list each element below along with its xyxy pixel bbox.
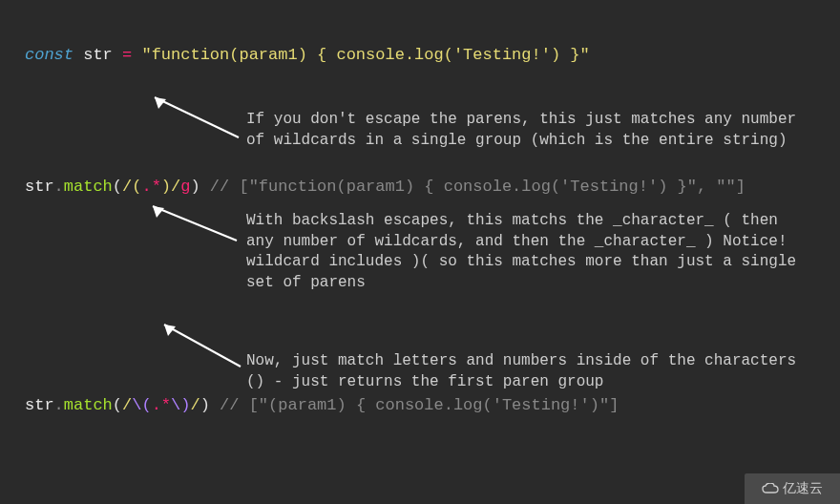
watermark: 亿速云	[745, 473, 840, 504]
regex-slash: /	[171, 178, 180, 196]
dot: .	[54, 396, 64, 414]
regex-group-close: )	[161, 178, 171, 196]
dot: .	[54, 178, 64, 196]
regex-flag-g: g	[180, 178, 190, 196]
method-match: match	[64, 178, 113, 196]
paren-open: (	[113, 396, 122, 414]
regex-wildcard: .*	[152, 396, 171, 414]
keyword-const: const	[25, 46, 74, 64]
decl-line: const str = "function(param1) { console.…	[25, 45, 825, 67]
method-match: match	[64, 396, 113, 414]
regex-escape-open: \(	[132, 396, 151, 414]
example-1-line: str.match(/(.*)/g) // ["function(param1)…	[25, 177, 825, 199]
regex-slash: /	[122, 396, 132, 414]
cloud-icon	[762, 481, 779, 497]
paren-close: )	[200, 396, 210, 414]
regex-escape-close: \)	[171, 396, 190, 414]
string-literal: "function(param1) { console.log('Testing…	[141, 46, 589, 64]
op-eq: =	[122, 46, 132, 64]
regex-group-open: (	[132, 178, 141, 196]
annotation-1: If you don't escape the parens, this jus…	[246, 110, 809, 151]
regex-slash: /	[122, 178, 132, 196]
result-comment: // ["(param1) { console.log('Testing!')"…	[220, 396, 619, 414]
paren-open: (	[113, 178, 122, 196]
example-2-line: str.match(/\(.*\)/) // ["(param1) { cons…	[25, 395, 825, 417]
regex-wildcard: .*	[141, 178, 160, 196]
annotation-2: With backslash escapes, this matchs the …	[246, 211, 809, 293]
obj-ref: str	[25, 178, 54, 196]
watermark-text: 亿速云	[783, 480, 823, 497]
paren-close: )	[190, 178, 200, 196]
obj-ref: str	[25, 396, 54, 414]
regex-slash: /	[190, 396, 200, 414]
annotation-3: Now, just match letters and numbers insi…	[246, 351, 809, 392]
var-str: str	[83, 46, 113, 64]
result-comment: // ["function(param1) { console.log('Tes…	[210, 178, 746, 196]
